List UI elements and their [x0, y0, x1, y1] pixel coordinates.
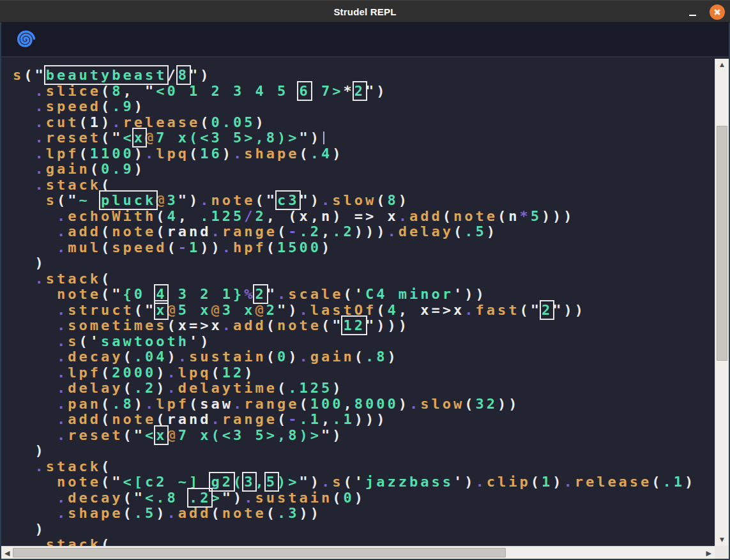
code-token: '))	[453, 286, 487, 302]
active-token-highlight: x	[156, 302, 167, 318]
code-token: .	[233, 146, 244, 162]
code-token: delay	[68, 380, 123, 396]
vertical-scroll-thumb[interactable]	[717, 126, 727, 361]
code-token: (	[443, 208, 453, 224]
code-token	[13, 458, 35, 474]
code-token: *	[519, 208, 530, 224]
code-token: stack	[46, 271, 101, 287]
app-header	[1, 22, 729, 57]
code-line: .stack(	[13, 178, 715, 193]
code-token: .04	[134, 349, 167, 365]
code-token: speed	[46, 98, 101, 114]
code-token: rand	[167, 223, 211, 239]
scroll-left-icon[interactable]: ◀	[4, 550, 10, 556]
code-line: .sometimes(x=>x.add(note("12")))	[13, 318, 715, 334]
code-token: .	[167, 380, 178, 396]
code-token: .	[35, 114, 46, 130]
code-token: .	[112, 114, 123, 130]
code-token: s	[332, 474, 343, 490]
code-token: ("	[101, 286, 123, 302]
code-token: .	[321, 192, 332, 208]
code-token: add	[68, 411, 101, 427]
active-token-highlight: 2	[255, 286, 266, 302]
code-token: "))	[552, 302, 586, 318]
code-token: decay	[68, 490, 123, 506]
code-token: ~	[79, 192, 102, 208]
minimize-button[interactable]	[684, 4, 701, 20]
close-button[interactable]	[710, 4, 725, 20]
code-token: .	[244, 490, 255, 506]
code-token: (	[266, 349, 277, 365]
code-token: 3 x	[222, 302, 255, 318]
active-token-highlight: 2	[354, 83, 365, 99]
code-token: .	[35, 83, 46, 99]
code-token	[13, 474, 57, 490]
code-token: (	[498, 208, 508, 224]
code-token: (	[211, 505, 222, 521]
horizontal-scroll-thumb[interactable]	[13, 548, 506, 557]
code-token: note	[222, 505, 266, 521]
titlebar[interactable]: Strudel REPL	[0, 0, 730, 22]
code-token: .1	[332, 411, 354, 427]
code-token: ,	[255, 474, 266, 490]
code-line: note("{0 4 3 2 1}%2".scale('C4 minor'))	[13, 287, 715, 303]
code-token: (	[101, 98, 112, 114]
code-token: 8	[387, 192, 398, 208]
code-line: .decay(.04).sustain(0).gain(.8)	[13, 349, 715, 365]
active-token-highlight: 6	[299, 83, 310, 99]
code-token: (	[189, 146, 200, 162]
code-token: reset	[68, 427, 123, 443]
active-token-highlight: 3	[244, 474, 255, 490]
code-token: @	[167, 302, 178, 318]
code-token: (	[167, 239, 178, 255]
code-area[interactable]: s("beautybeast/8") .slice(8, "<0 1 2 3 4…	[1, 59, 715, 546]
scroll-down-icon[interactable]: ▼	[720, 537, 724, 543]
code-token: (	[90, 161, 101, 177]
active-token-highlight: x	[134, 130, 145, 146]
code-token: ))	[200, 239, 222, 255]
code-token: .125	[288, 380, 332, 396]
code-token: .3	[277, 505, 300, 521]
code-editor[interactable]: s("beautybeast/8") .slice(8, "<0 1 2 3 4…	[1, 59, 729, 559]
code-token: .	[57, 333, 68, 349]
code-token: 5 x	[178, 302, 211, 318]
code-token: note	[453, 208, 498, 224]
code-token: 1	[542, 474, 552, 490]
code-viewport[interactable]: s("beautybeast/8") .slice(8, "<0 1 2 3 4…	[1, 59, 715, 546]
code-token: (	[376, 192, 387, 208]
code-token: .	[299, 349, 310, 365]
code-token: .	[475, 474, 486, 490]
code-token: (	[123, 505, 133, 521]
scroll-right-icon[interactable]: ▶	[706, 550, 711, 556]
code-token: ("	[123, 490, 145, 506]
vertical-scrollbar[interactable]: ▲ ▼	[715, 59, 729, 546]
code-token: )	[399, 192, 409, 208]
active-token-highlight: x	[156, 427, 167, 443]
code-token: .1	[663, 474, 685, 490]
code-token: .	[409, 396, 420, 412]
code-token: -	[178, 239, 189, 255]
code-token: 32	[475, 396, 498, 412]
code-token: )	[321, 239, 332, 255]
code-token: .	[464, 302, 475, 318]
code-token: (	[266, 505, 277, 521]
code-token	[13, 349, 57, 365]
code-token: @	[145, 130, 156, 146]
code-token: )	[134, 146, 145, 162]
titlebar-buttons	[684, 1, 725, 23]
code-token: )>	[277, 474, 300, 490]
code-token: ('	[343, 474, 365, 490]
horizontal-scrollbar[interactable]: ◀ ▶	[1, 546, 715, 559]
code-token: .	[35, 536, 46, 546]
code-token: )	[13, 443, 46, 458]
code-line: .speed(.9)	[13, 99, 715, 115]
scrollbar-corner	[715, 546, 729, 559]
code-token: @	[255, 302, 266, 318]
scroll-up-icon[interactable]: ▲	[720, 62, 724, 68]
code-token: (	[464, 396, 475, 412]
code-token: .	[57, 208, 68, 224]
strudel-logo-icon[interactable]	[14, 28, 37, 51]
code-token: note	[277, 317, 321, 333]
code-line: .lpf(1100).lpq(16).shape(.4)	[13, 146, 715, 162]
code-line: .pan(.8).lpf(saw.range(100,8000).slow(32…	[13, 397, 715, 412]
